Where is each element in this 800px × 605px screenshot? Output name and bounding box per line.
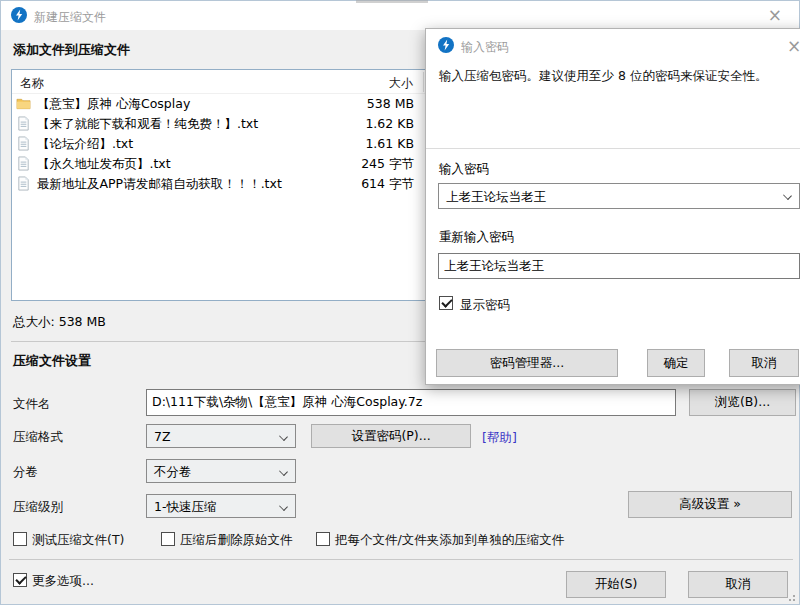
level-label: 压缩级别 [13, 499, 63, 516]
chevron-down-icon [279, 502, 288, 511]
chevron-down-icon [783, 191, 792, 200]
show-password-checkbox[interactable] [439, 296, 453, 310]
browse-button[interactable]: 浏览(B)... [689, 389, 796, 416]
file-size: 1.61 KB [264, 136, 414, 151]
password-description: 输入压缩包密码。建议使用至少 8 位的密码来保证安全性。 [439, 67, 795, 84]
total-size-label: 总大小: 538 MB [13, 314, 106, 331]
file-name: 最新地址及APP请发邮箱自动获取！！！.txt [37, 176, 282, 193]
text-file-icon [16, 176, 31, 191]
volume-select[interactable]: 不分卷 [146, 459, 296, 483]
format-label: 压缩格式 [13, 429, 63, 446]
password-value: 上老王论坛当老王 [446, 189, 546, 204]
main-window-title: 新建压缩文件 [34, 9, 106, 26]
section-archive-settings-header: 压缩文件设置 [13, 352, 91, 370]
chevron-down-icon [279, 467, 288, 476]
separate-archives-checkbox[interactable] [316, 532, 330, 546]
file-size: 245 字节 [264, 156, 414, 173]
dialog-cancel-button[interactable]: 取消 [729, 349, 799, 377]
app-lightning-icon [438, 37, 454, 53]
password-label: 输入密码 [439, 161, 489, 178]
file-name: 【永久地址发布页】.txt [37, 156, 171, 173]
resize-grip[interactable] [787, 593, 795, 601]
filename-label: 文件名 [13, 396, 51, 413]
password-dialog-close-icon[interactable]: × [787, 38, 800, 55]
main-close-icon[interactable]: × [768, 7, 782, 24]
file-size: 614 字节 [264, 176, 414, 193]
password-manager-button[interactable]: 密码管理器... [436, 349, 618, 377]
password-combobox[interactable]: 上老王论坛当老王 [438, 183, 800, 209]
password-dialog-titlebar[interactable]: 输入密码 × [426, 29, 800, 61]
level-value: 1-快速压缩 [154, 499, 216, 514]
volume-value: 不分卷 [154, 464, 192, 479]
level-select[interactable]: 1-快速压缩 [146, 494, 296, 518]
enter-password-dialog: 输入密码 × 输入压缩包密码。建议使用至少 8 位的密码来保证安全性。 输入密码… [425, 28, 800, 385]
file-name: 【论坛介绍】.txt [37, 136, 133, 153]
filename-input[interactable] [146, 389, 676, 416]
test-archive-label[interactable]: 测试压缩文件(T) [32, 532, 124, 549]
delete-original-label[interactable]: 压缩后删除原始文件 [180, 532, 293, 549]
more-options-checkbox[interactable] [13, 573, 27, 587]
divider [426, 148, 800, 149]
file-size: 1.62 KB [264, 116, 414, 131]
more-options-label[interactable]: 更多选项... [32, 573, 94, 590]
background-window-artifact [356, 0, 428, 3]
help-link[interactable]: [帮助] [482, 430, 517, 447]
file-name: 【意宝】原神 心海Cosplay [37, 96, 190, 113]
main-cancel-button[interactable]: 取消 [688, 571, 788, 598]
set-password-button[interactable]: 设置密码(P)... [311, 424, 471, 448]
advanced-settings-button[interactable]: 高级设置 » [628, 491, 792, 518]
column-size-header[interactable]: 大小 [389, 75, 413, 92]
text-file-icon [16, 116, 31, 131]
column-name-header[interactable]: 名称 [20, 75, 44, 92]
ok-button[interactable]: 确定 [647, 349, 705, 377]
app-lightning-icon [11, 7, 27, 23]
text-file-icon [16, 136, 31, 151]
start-button[interactable]: 开始(S) [566, 571, 666, 598]
separate-archives-label[interactable]: 把每个文件/文件夹添加到单独的压缩文件 [335, 532, 564, 549]
screen: 新建压缩文件 × 添加文件到压缩文件 名称 大小 【意宝】原神 心海Cospla… [0, 0, 800, 605]
file-name: 【来了就能下载和观看！纯免费！】.txt [37, 116, 258, 133]
password-dialog-title: 输入密码 [461, 39, 509, 56]
chevron-down-icon [279, 432, 288, 441]
test-archive-checkbox[interactable] [13, 532, 27, 546]
show-password-label[interactable]: 显示密码 [460, 297, 510, 314]
section-add-files-header: 添加文件到压缩文件 [13, 41, 130, 59]
confirm-password-input[interactable] [438, 253, 800, 279]
main-titlebar[interactable]: 新建压缩文件 × [1, 1, 799, 30]
divider [9, 559, 793, 560]
text-file-icon [16, 156, 31, 171]
file-size: 538 MB [264, 96, 414, 111]
column-separator[interactable] [423, 72, 424, 92]
delete-original-checkbox[interactable] [161, 532, 175, 546]
volume-label: 分卷 [13, 464, 38, 481]
format-select[interactable]: 7Z [146, 424, 296, 448]
format-value: 7Z [154, 429, 171, 444]
folder-icon [16, 96, 31, 111]
confirm-password-label: 重新输入密码 [439, 229, 514, 246]
